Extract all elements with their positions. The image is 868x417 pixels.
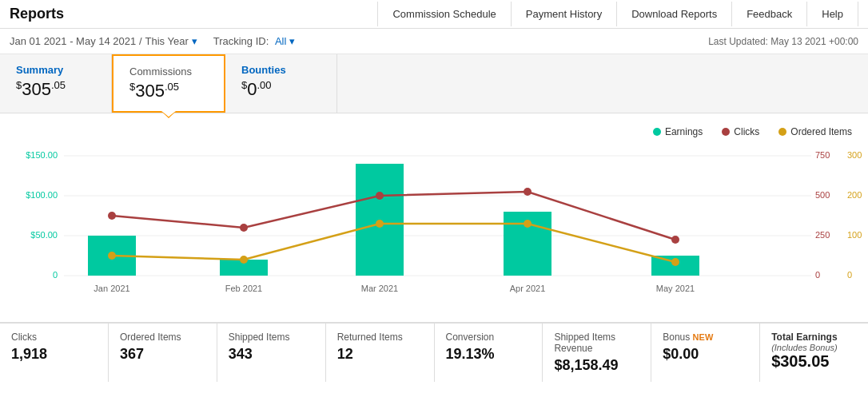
tracking-id-value[interactable]: All xyxy=(275,35,286,47)
tab-bounties[interactable]: Bounties $0.00 xyxy=(225,54,337,113)
tab-spacer xyxy=(337,54,868,113)
stat-bonus-label: Bonus NEW xyxy=(663,332,748,343)
legend-ordered-items-label: Ordered Items xyxy=(790,126,852,137)
date-range-text: Jan 01 2021 - May 14 2021 / xyxy=(10,35,142,47)
stat-total-value: $305.05 xyxy=(771,352,857,371)
top-bar: Reports Commission Schedule Payment Hist… xyxy=(0,0,868,29)
chevron-down-icon[interactable]: ▾ xyxy=(192,35,197,47)
clicks-dot-may xyxy=(671,236,679,244)
stat-shipped-revenue-value: $8,158.49 xyxy=(554,357,639,374)
stat-returned-items-value: 12 xyxy=(337,346,423,363)
stat-conversion: Conversion 19.13% xyxy=(435,324,543,382)
svg-text:300: 300 xyxy=(847,150,862,160)
items-dot-apr xyxy=(524,220,532,228)
svg-text:100: 100 xyxy=(847,230,862,240)
x-label-mar: Mar 2021 xyxy=(361,284,398,293)
svg-text:200: 200 xyxy=(847,190,862,200)
items-dot-feb xyxy=(240,256,248,264)
x-label-feb: Feb 2021 xyxy=(225,284,262,293)
ordered-items-dot xyxy=(778,128,786,136)
items-dot-may xyxy=(671,258,679,266)
stat-conversion-value: 19.13% xyxy=(446,346,532,363)
stat-total-sublabel: (Includes Bonus) xyxy=(771,343,857,352)
stat-returned-items: Returned Items 12 xyxy=(326,324,435,382)
tracking-id-label: Tracking ID: All ▾ xyxy=(213,35,295,47)
tab-summary-value: $305.05 xyxy=(16,79,79,100)
x-label-may: May 2021 xyxy=(656,284,695,293)
legend-clicks: Clicks xyxy=(722,126,759,137)
stat-ordered-items-value: 367 xyxy=(120,346,205,363)
stat-clicks: Clicks 1,918 xyxy=(0,324,109,382)
nav-download-reports[interactable]: Download Reports xyxy=(616,2,731,26)
svg-text:0: 0 xyxy=(53,270,58,280)
x-label-jan: Jan 2021 xyxy=(94,284,129,293)
date-filter: Jan 01 2021 - May 14 2021 / This Year ▾ … xyxy=(10,35,295,47)
legend-earnings-label: Earnings xyxy=(665,126,703,137)
tab-summary[interactable]: Summary $305.05 xyxy=(0,54,112,113)
stat-shipped-items-label: Shipped Items xyxy=(229,332,314,343)
clicks-dot-jan xyxy=(108,212,116,220)
stat-bonus-value: $0.00 xyxy=(663,346,748,363)
nav-commission-schedule[interactable]: Commission Schedule xyxy=(377,2,510,26)
tab-bounties-label: Bounties xyxy=(241,64,305,76)
stat-shipped-items: Shipped Items 343 xyxy=(217,324,326,382)
this-year-link[interactable]: This Year xyxy=(145,35,189,47)
last-updated: Last Updated: May 13 2021 +00:00 xyxy=(708,36,858,47)
stat-returned-items-label: Returned Items xyxy=(337,332,423,343)
svg-text:750: 750 xyxy=(815,150,830,160)
stat-ordered-items: Ordered Items 367 xyxy=(109,324,217,382)
tab-summary-label: Summary xyxy=(16,64,79,76)
items-dot-jan xyxy=(108,252,116,260)
legend-ordered-items: Ordered Items xyxy=(778,126,852,137)
chart-svg: $150.00 $100.00 $50.00 0 750 500 250 0 3… xyxy=(16,144,852,312)
tab-commissions-label: Commissions xyxy=(129,66,192,77)
stat-shipped-revenue-label: Shipped Items Revenue xyxy=(554,332,639,354)
nav-help[interactable]: Help xyxy=(806,2,858,26)
x-label-apr: Apr 2021 xyxy=(510,284,546,293)
svg-text:$50.00: $50.00 xyxy=(30,230,58,240)
app-container: Reports Commission Schedule Payment Hist… xyxy=(0,0,868,382)
stat-conversion-label: Conversion xyxy=(446,332,532,343)
chart-area: Earnings Clicks Ordered Items $150.00 $1… xyxy=(0,113,868,322)
chart-legend: Earnings Clicks Ordered Items xyxy=(16,126,852,137)
svg-text:500: 500 xyxy=(815,190,830,200)
nav-payment-history[interactable]: Payment History xyxy=(511,2,616,26)
stat-bonus: Bonus NEW $0.00 xyxy=(651,324,760,382)
stat-shipped-items-value: 343 xyxy=(229,346,314,363)
items-dot-mar xyxy=(376,220,384,228)
page-title: Reports xyxy=(10,6,64,22)
top-nav: Commission Schedule Payment History Down… xyxy=(377,2,858,26)
tab-bounties-value: $0.00 xyxy=(241,79,305,100)
legend-earnings: Earnings xyxy=(653,126,703,137)
clicks-dot-feb xyxy=(240,224,248,232)
clicks-dot-mar xyxy=(376,192,384,200)
stat-shipped-revenue: Shipped Items Revenue $8,158.49 xyxy=(543,324,651,382)
tab-commissions-value: $305.05 xyxy=(129,81,192,101)
stat-clicks-label: Clicks xyxy=(11,332,97,343)
nav-feedback[interactable]: Feedback xyxy=(731,2,806,26)
stats-bar: Clicks 1,918 Ordered Items 367 Shipped I… xyxy=(0,322,868,382)
svg-text:0: 0 xyxy=(847,270,852,280)
tracking-chevron-icon[interactable]: ▾ xyxy=(289,35,295,47)
clicks-dot-apr xyxy=(524,188,532,196)
sub-header: Jan 01 2021 - May 14 2021 / This Year ▾ … xyxy=(0,29,868,54)
stat-total-earnings: Total Earnings (Includes Bonus) $305.05 xyxy=(760,324,868,382)
tab-commissions[interactable]: Commissions $305.05 xyxy=(112,54,225,113)
stat-ordered-items-label: Ordered Items xyxy=(120,332,205,343)
svg-text:$150.00: $150.00 xyxy=(26,150,58,160)
earnings-dot xyxy=(653,128,661,136)
svg-text:$100.00: $100.00 xyxy=(26,190,58,200)
svg-text:250: 250 xyxy=(815,230,830,240)
legend-clicks-label: Clicks xyxy=(734,126,759,137)
stat-total-label: Total Earnings xyxy=(771,332,857,343)
svg-text:0: 0 xyxy=(815,270,820,280)
summary-tabs: Summary $305.05 Commissions $305.05 Boun… xyxy=(0,54,868,113)
clicks-dot xyxy=(722,128,730,136)
stat-clicks-value: 1,918 xyxy=(11,346,97,363)
